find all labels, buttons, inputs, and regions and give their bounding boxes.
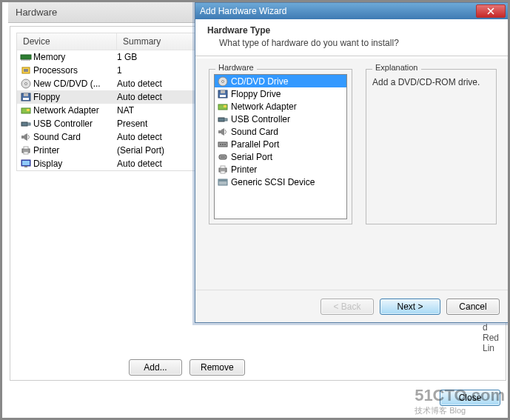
hardware-type-item[interactable]: Floppy Drive (215, 87, 346, 100)
usb-icon (20, 119, 32, 129)
device-name: Floppy (33, 92, 117, 102)
sound-icon (217, 127, 229, 137)
window-close-button[interactable] (476, 4, 506, 18)
hardware-type-label: Parallel Port (231, 139, 279, 150)
device-name: Printer (33, 145, 117, 156)
device-name: Network Adapter (33, 105, 117, 116)
device-name: Display (33, 159, 117, 169)
usb-icon (217, 114, 229, 124)
cancel-button[interactable]: Cancel (446, 299, 500, 315)
hardware-list[interactable]: CD/DVD DriveFloppy DriveNetwork AdapterU… (214, 74, 347, 219)
close-icon (487, 7, 494, 15)
cd-icon (217, 76, 229, 87)
hardware-type-item[interactable]: Network Adapter (215, 100, 346, 113)
wizard-titlebar[interactable]: Add Hardware Wizard (195, 3, 510, 19)
scsi-icon (217, 177, 229, 187)
back-button: < Back (321, 299, 374, 315)
hardware-type-label: Network Adapter (231, 101, 297, 112)
wizard-title: Add Hardware Wizard (200, 6, 286, 16)
device-name: New CD/DVD (... (33, 79, 117, 89)
wizard-footer: < Back Next > Cancel (195, 290, 510, 322)
device-summary: Auto detect (117, 132, 162, 142)
floppy-icon (217, 89, 229, 99)
hardware-type-label: CD/DVD Drive (231, 76, 288, 87)
hardware-type-item[interactable]: CD/DVD Drive (215, 75, 346, 87)
display-icon (20, 159, 32, 169)
hardware-type-label: Printer (231, 164, 257, 175)
hardware-type-item[interactable]: USB Controller (215, 113, 346, 125)
device-summary: Auto detect (117, 92, 162, 102)
printer-icon (20, 145, 32, 156)
device-summary: 1 GB (117, 52, 137, 62)
col-device[interactable]: Device (17, 33, 117, 50)
parallel-icon (217, 139, 229, 150)
explanation-group-label: Explanation (372, 63, 421, 72)
hardware-type-item[interactable]: Sound Card (215, 125, 346, 138)
hardware-type-label: Floppy Drive (231, 89, 281, 99)
obscured-panel-fragment: d Red Lin (483, 322, 503, 353)
hardware-type-label: USB Controller (231, 114, 290, 124)
explanation-group: Explanation Add a DVD/CD-ROM drive. (366, 69, 497, 224)
wizard-header: Hardware Type What type of hardware do y… (195, 19, 510, 56)
cpu-icon (20, 65, 32, 76)
memory-icon (20, 52, 32, 62)
serial-icon (217, 152, 229, 162)
add-hardware-wizard: Add Hardware Wizard Hardware Type What t… (195, 2, 510, 323)
device-summary: Auto detect (117, 79, 162, 89)
hardware-type-label: Generic SCSI Device (231, 177, 315, 187)
device-name: Processors (33, 65, 117, 76)
wizard-header-title: Hardware Type (207, 25, 498, 36)
device-name: Sound Card (33, 132, 117, 142)
hardware-title: Hardware (16, 7, 57, 18)
sound-icon (20, 132, 32, 142)
nic-icon (217, 101, 229, 112)
tab-link[interactable] (93, 7, 95, 18)
hardware-type-item[interactable]: Parallel Port (215, 138, 346, 150)
hardware-type-item[interactable]: Generic SCSI Device (215, 176, 346, 188)
hardware-group: Hardware CD/DVD DriveFloppy DriveNetwork… (209, 69, 352, 224)
add-button[interactable]: Add... (129, 359, 182, 376)
device-summary: (Serial Port) (117, 145, 164, 156)
cd-icon (20, 79, 32, 89)
floppy-icon (20, 92, 32, 102)
device-name: USB Controller (33, 119, 117, 129)
hardware-type-label: Sound Card (231, 127, 278, 137)
explanation-text: Add a DVD/CD-ROM drive. (371, 74, 491, 90)
hardware-group-label: Hardware (215, 63, 257, 72)
wizard-header-subtitle: What type of hardware do you want to ins… (219, 38, 498, 48)
printer-icon (217, 164, 229, 175)
hardware-type-label: Serial Port (231, 152, 272, 162)
device-summary: Auto detect (117, 159, 162, 169)
device-name: Memory (33, 52, 117, 62)
nic-icon (20, 105, 32, 116)
device-summary: 1 (117, 65, 122, 76)
device-summary: NAT (117, 105, 134, 116)
hardware-type-item[interactable]: Serial Port (215, 150, 346, 163)
wizard-body: Hardware CD/DVD DriveFloppy DriveNetwork… (195, 59, 510, 290)
watermark: 51CTO.com 技术博客 Blog (415, 386, 505, 416)
remove-button[interactable]: Remove (189, 359, 245, 376)
next-button[interactable]: Next > (380, 299, 440, 315)
hardware-type-item[interactable]: Printer (215, 163, 346, 176)
tab-link[interactable] (78, 7, 80, 18)
device-summary: Present (117, 119, 147, 129)
